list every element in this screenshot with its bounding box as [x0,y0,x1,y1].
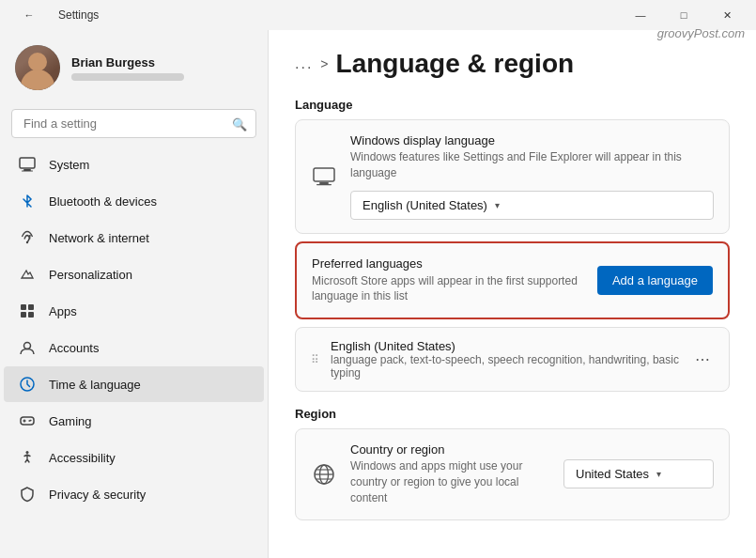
region-dropdown-arrow-icon: ▾ [656,469,661,479]
dropdown-arrow-icon: ▾ [495,200,500,210]
personalization-icon [19,266,36,283]
main-content: ... > Language & region Language Windows… [268,30,756,558]
language-item-name: English (United States) [331,339,680,353]
sidebar-item-system[interactable]: System [4,147,264,182]
region-dropdown[interactable]: United States ▾ [563,459,714,488]
region-desc: Windows and apps might use your country … [350,458,550,505]
display-language-title: Windows display language [350,133,714,147]
language-section-label: Language [295,98,730,112]
globe-icon [311,461,337,488]
avatar-image [15,45,60,90]
sidebar-item-personalization[interactable]: Personalization [4,256,264,292]
user-info: Brian Burgess [71,55,184,81]
sidebar: Brian Burgess 🔍 System Bluetooth & devic… [0,30,268,558]
language-item-tags: language pack, text-to-speech, speech re… [331,353,680,380]
network-icon [19,229,36,246]
breadcrumb-dots[interactable]: ... [295,55,313,72]
sidebar-item-apps[interactable]: Apps [4,293,264,329]
sidebar-label-personalization: Personalization [49,268,132,282]
bluetooth-icon [19,193,36,209]
display-language-text: Windows display language Windows feature… [350,133,714,220]
display-language-card: Windows display language Windows feature… [295,119,730,234]
sidebar-nav: System Bluetooth & devices Network & int… [0,146,268,513]
svg-rect-5 [28,304,34,310]
region-selected: United States [576,467,649,481]
language-item-info: English (United States) language pack, t… [331,339,680,380]
sidebar-label-accounts: Accounts [49,341,99,355]
sidebar-item-accessibility[interactable]: Accessibility [4,440,264,475]
preferred-languages-desc: Microsoft Store apps will appear in the … [312,273,584,305]
language-item-card: ⠿ English (United States) language pack,… [295,327,730,392]
user-profile[interactable]: Brian Burgess [0,30,268,101]
region-section-label: Region [295,407,730,421]
maximize-button[interactable]: □ [662,0,705,30]
back-button[interactable]: ← [8,0,51,30]
titlebar-left: ← Settings [8,0,99,30]
user-name: Brian Burgess [71,55,184,70]
display-language-desc: Windows features like Settings and File … [350,149,714,181]
svg-rect-7 [28,312,34,318]
sidebar-label-privacy: Privacy & security [49,488,146,502]
preferred-languages-card: Preferred languages Microsoft Store apps… [295,241,730,320]
sidebar-item-accounts[interactable]: Accounts [4,330,264,365]
app-body: Brian Burgess 🔍 System Bluetooth & devic… [0,30,756,558]
svg-point-11 [26,451,29,454]
monitor-icon [311,163,337,190]
region-row: Country or region Windows and apps might… [296,429,729,519]
sidebar-label-gaming: Gaming [49,414,92,428]
svg-rect-6 [21,312,26,318]
svg-rect-10 [21,417,34,425]
window-controls: — □ ✕ [619,0,748,30]
sidebar-label-bluetooth: Bluetooth & devices [49,194,157,209]
avatar [15,45,60,90]
svg-point-3 [26,241,28,243]
apps-icon [19,302,36,319]
accounts-icon [19,339,36,356]
content-inner: Language Windows display language Window… [269,98,756,547]
time-language-icon [19,376,36,393]
sidebar-label-system: System [49,158,89,172]
preferred-languages-title: Preferred languages [312,256,584,271]
add-language-button[interactable]: Add a language [597,266,713,295]
gaming-icon [19,412,36,429]
titlebar: ← Settings — □ ✕ [0,0,756,30]
user-email-bar [71,73,184,81]
content-header: ... > Language & region [269,30,756,94]
region-card: Country or region Windows and apps might… [295,428,730,519]
display-language-dropdown[interactable]: English (United States) ▾ [350,191,714,220]
svg-rect-2 [22,171,33,172]
svg-rect-0 [20,158,35,168]
page-title: Language & region [336,49,575,79]
region-title: Country or region [350,442,550,457]
sidebar-item-network[interactable]: Network & internet [4,220,264,256]
sidebar-item-time-language[interactable]: Time & language [4,366,264,402]
svg-rect-14 [316,184,332,185]
region-dropdown-container: United States ▾ [563,459,714,488]
svg-rect-13 [319,182,329,184]
preferred-languages-text: Preferred languages Microsoft Store apps… [312,256,584,305]
system-icon [19,156,36,173]
drag-handle-icon[interactable]: ⠿ [311,353,319,366]
display-language-row: Windows display language Windows feature… [296,120,729,233]
accessibility-icon [19,449,36,466]
preferred-languages-inner: Preferred languages Microsoft Store apps… [297,243,728,318]
privacy-icon [19,486,36,503]
search-input[interactable] [11,109,256,138]
minimize-button[interactable]: — [619,0,662,30]
svg-point-8 [24,343,31,349]
svg-rect-4 [21,304,26,310]
sidebar-item-privacy[interactable]: Privacy & security [4,476,264,512]
sidebar-label-apps: Apps [49,304,77,318]
svg-rect-12 [314,168,334,181]
language-item-menu-icon[interactable]: ⋯ [691,347,714,372]
breadcrumb-arrow: > [320,56,328,71]
region-text: Country or region Windows and apps might… [350,442,550,505]
sidebar-label-time-language: Time & language [49,378,141,392]
close-button[interactable]: ✕ [705,0,748,30]
language-item-row: ⠿ English (United States) language pack,… [296,328,729,391]
search-container: 🔍 [0,101,268,146]
app-title: Settings [58,8,99,22]
sidebar-item-bluetooth[interactable]: Bluetooth & devices [4,183,264,219]
sidebar-item-gaming[interactable]: Gaming [4,403,264,439]
sidebar-label-network: Network & internet [49,231,149,245]
